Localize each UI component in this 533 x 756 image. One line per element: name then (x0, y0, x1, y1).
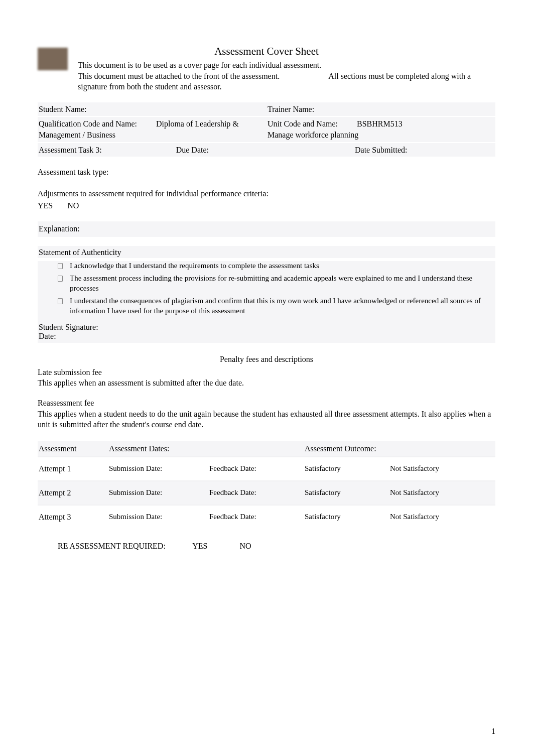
unit-label: Unit Code and Name: (268, 119, 338, 128)
student-name-label: Student Name: (39, 105, 87, 113)
page-title: Assessment Cover Sheet (38, 45, 495, 58)
student-name-cell: Student Name: (38, 102, 266, 116)
date-submitted-label: Date Submitted: (355, 146, 407, 154)
submission-date-2[interactable]: Submission Date: (109, 488, 209, 497)
reassessment-fee-heading: Reassessment fee (38, 398, 495, 409)
explanation-block: Explanation: (38, 221, 495, 236)
task-label: Assessment Task 3: (39, 146, 102, 154)
th-assessment: Assessment (39, 444, 109, 453)
assessment-table-header: Assessment Assessment Dates: Assessment … (38, 441, 495, 456)
not-satisfactory-2[interactable]: Not Satisfactory (390, 488, 494, 497)
late-fee-text: This applies when an assessment is submi… (38, 377, 495, 389)
assessment-table: Assessment Assessment Dates: Assessment … (38, 441, 495, 529)
attempt-label-1: Attempt 1 (39, 464, 109, 473)
task-cell: Assessment Task 3: Due Date: (38, 143, 266, 157)
not-satisfactory-1[interactable]: Not Satisfactory (390, 464, 494, 473)
trainer-name-label: Trainer Name: (268, 105, 314, 113)
trainer-name-cell: Trainer Name: (266, 102, 495, 116)
feedback-date-3[interactable]: Feedback Date: (209, 513, 305, 521)
page-number: 1 (491, 727, 495, 736)
due-date-label: Due Date: (176, 146, 209, 154)
satisfactory-1[interactable]: Satisfactory (305, 464, 390, 473)
task-type-label: Assessment task type: (38, 168, 108, 176)
submission-date-1[interactable]: Submission Date: (109, 464, 209, 473)
header-intro: This document is to be used as a cover p… (78, 60, 495, 92)
qualification-label: Qualification Code and Name: (39, 119, 137, 128)
th-dates: Assessment Dates: (109, 444, 305, 453)
header: Assessment Cover Sheet This document is … (38, 45, 495, 92)
feedback-date-2[interactable]: Feedback Date: (209, 488, 305, 497)
adjustments-label: Adjustments to assessment required for i… (38, 188, 495, 199)
explanation-label: Explanation: (39, 224, 80, 233)
authenticity-item-3: I understand the consequences of plagiar… (58, 296, 494, 316)
unit-name: Manage workforce planning (268, 131, 358, 139)
penalty-block: Penalty fees and descriptions Late submi… (38, 354, 495, 430)
late-fee-heading: Late submission fee (38, 367, 495, 378)
reassessment-yes-option[interactable]: YES (192, 542, 207, 550)
satisfactory-3[interactable]: Satisfactory (305, 513, 390, 521)
satisfactory-2[interactable]: Satisfactory (305, 488, 390, 497)
authenticity-item-1: I acknowledge that I understand the requ… (58, 261, 494, 271)
adjustments-yes-no: YES NO (38, 200, 495, 211)
table-row: Attempt 1 Submission Date: Feedback Date… (38, 456, 495, 480)
reassessment-required-label: RE ASSESSMENT REQUIRED: (58, 542, 166, 550)
institution-logo (38, 48, 68, 70)
adjustments-no-option[interactable]: NO (67, 201, 79, 210)
table-row: Attempt 2 Submission Date: Feedback Date… (38, 480, 495, 505)
task-type-block: Assessment task type: (38, 167, 495, 178)
th-outcome: Assessment Outcome: (305, 444, 494, 453)
feedback-date-1[interactable]: Feedback Date: (209, 464, 305, 473)
info-grid: Student Name: Trainer Name: Qualificatio… (38, 102, 495, 157)
authenticity-item-2: The assessment process including the pro… (58, 274, 494, 293)
unit-cell: Unit Code and Name: BSBHRM513 Manage wor… (266, 117, 495, 142)
not-satisfactory-3[interactable]: Not Satisfactory (390, 513, 494, 521)
header-line2a: This document must be attached to the fr… (78, 72, 280, 80)
attempt-label-3: Attempt 3 (39, 513, 109, 522)
unit-code: BSBHRM513 (357, 119, 403, 128)
header-line1: This document is to be used as a cover p… (78, 61, 321, 69)
qualification-cell: Qualification Code and Name: Diploma of … (38, 117, 266, 142)
student-signature-label[interactable]: Student Signature: (39, 323, 494, 332)
signature-row: Student Signature: Date: (38, 322, 495, 343)
header-text-block: Assessment Cover Sheet This document is … (78, 45, 495, 92)
reassessment-no-option[interactable]: NO (240, 542, 251, 550)
signature-date-label[interactable]: Date: (39, 332, 494, 341)
penalty-title: Penalty fees and descriptions (38, 354, 495, 365)
reassessment-required-row: RE ASSESSMENT REQUIRED: YES NO (38, 542, 495, 551)
adjustments-yes-option[interactable]: YES (38, 201, 53, 210)
adjustments-block: Adjustments to assessment required for i… (38, 188, 495, 212)
attempt-label-2: Attempt 2 (39, 488, 109, 497)
table-row: Attempt 3 Submission Date: Feedback Date… (38, 505, 495, 529)
authenticity-heading: Statement of Authenticity (38, 246, 495, 258)
submission-date-3[interactable]: Submission Date: (109, 513, 209, 521)
authenticity-list: I acknowledge that I understand the requ… (38, 261, 495, 322)
reassessment-fee-text: This applies when a student needs to do … (38, 409, 495, 430)
date-submitted-cell: Date Submitted: (266, 143, 495, 157)
